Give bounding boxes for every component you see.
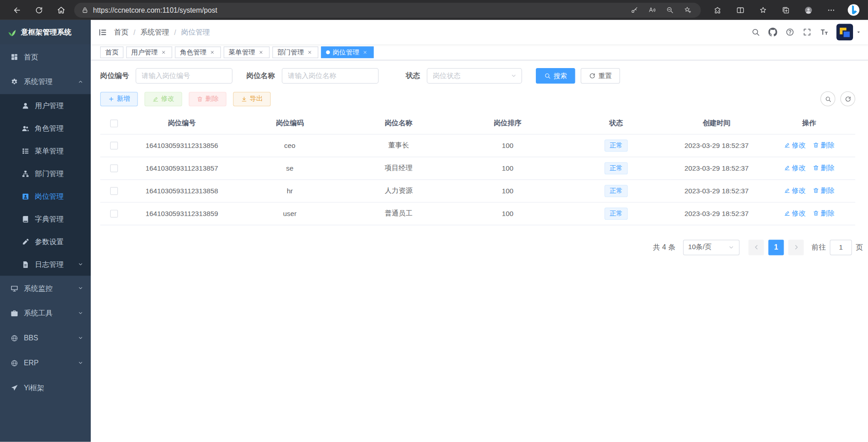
row-delete-button[interactable]: 删除	[812, 186, 834, 196]
header-search-button[interactable]	[747, 24, 763, 40]
tab-3[interactable]: 菜单管理	[224, 46, 270, 58]
close-icon[interactable]	[362, 49, 369, 56]
filter-label: 岗位编号	[100, 71, 129, 81]
browser-zoom-out-button[interactable]	[661, 3, 679, 16]
gear-icon	[10, 78, 18, 85]
browser-read-aloud-button[interactable]	[643, 3, 661, 16]
goto-page-input[interactable]	[830, 240, 852, 255]
browser-back-button[interactable]	[5, 2, 28, 19]
header-font-size-button[interactable]	[816, 24, 832, 40]
row-checkbox[interactable]	[110, 164, 118, 172]
row-edit-button[interactable]: 修改	[784, 209, 806, 218]
filter-form: 岗位编号岗位名称状态岗位状态搜索重置	[100, 68, 855, 83]
row-edit-button[interactable]: 修改	[784, 186, 806, 196]
question-icon	[785, 28, 794, 37]
refresh-icon	[589, 73, 596, 79]
breadcrumb-item[interactable]: 首页	[114, 27, 128, 37]
status-select[interactable]: 岗位状态	[427, 68, 522, 83]
filter-label: 岗位名称	[246, 71, 275, 81]
filter-input-1[interactable]	[282, 68, 379, 83]
row-delete-button[interactable]: 删除	[812, 209, 834, 218]
filter-item: 岗位编号	[100, 68, 233, 83]
search-circle-button[interactable]	[820, 91, 835, 106]
read-aloud-icon	[648, 6, 656, 14]
submenu: 用户管理角色管理菜单管理部门管理岗位管理字典管理参数设置日志管理	[0, 94, 91, 275]
sidebar-subitem-4[interactable]: 岗位管理	[0, 185, 91, 207]
trash-icon	[196, 95, 203, 102]
prev-page-button[interactable]	[748, 240, 764, 255]
page-size-select[interactable]: 10条/页	[683, 240, 739, 255]
browser-favorites-button[interactable]	[752, 2, 775, 19]
sidebar-subitem-5[interactable]: 字典管理	[0, 208, 91, 231]
refresh-circle-button[interactable]	[840, 91, 855, 106]
close-icon[interactable]	[306, 49, 314, 56]
toolbar-edit-button[interactable]: 修改	[144, 92, 182, 106]
filter-label: 状态	[406, 71, 420, 81]
edit-pen-icon	[784, 165, 790, 172]
row-edit-button[interactable]: 修改	[784, 141, 806, 150]
tab-5[interactable]: 岗位管理	[321, 46, 374, 58]
row-delete-button[interactable]: 删除	[812, 163, 834, 173]
sidebar-subitem-0[interactable]: 用户管理	[0, 94, 91, 117]
browser-key-button[interactable]	[626, 3, 643, 16]
filter-input-0[interactable]	[136, 68, 233, 83]
toolbar-export-button[interactable]: 导出	[233, 92, 271, 106]
browser-more-button[interactable]	[820, 2, 843, 19]
row-delete-button[interactable]: 删除	[812, 141, 834, 150]
sidebar-item-0[interactable]: 首页	[0, 44, 91, 69]
row-checkbox[interactable]	[110, 187, 118, 195]
browser-extensions-button[interactable]	[706, 2, 729, 19]
next-page-button[interactable]	[788, 240, 804, 255]
tab-1[interactable]: 用户管理	[126, 46, 172, 58]
dict-icon	[22, 215, 29, 223]
close-icon[interactable]	[257, 49, 265, 56]
breadcrumb: 首页/系统管理/岗位管理	[114, 27, 210, 37]
header-question-button[interactable]	[782, 24, 798, 40]
row-checkbox[interactable]	[110, 210, 118, 217]
tab-0[interactable]: 首页	[100, 46, 123, 58]
sidebar-item-2[interactable]: 系统监控	[0, 276, 91, 301]
reset-button[interactable]: 重置	[581, 68, 620, 83]
bing-copilot-button[interactable]	[843, 0, 865, 20]
tab-2[interactable]: 角色管理	[175, 46, 221, 58]
select-all-checkbox[interactable]	[110, 120, 118, 128]
row-edit-button[interactable]: 修改	[784, 163, 806, 173]
sidebar-subitem-2[interactable]: 菜单管理	[0, 139, 91, 162]
sidebar-item-3[interactable]: 系统工具	[0, 300, 91, 325]
close-icon[interactable]	[209, 49, 216, 56]
refresh-icon	[34, 6, 43, 14]
browser-add-favorite-button[interactable]	[679, 3, 696, 16]
sidebar-item-4[interactable]: BBS	[0, 325, 91, 350]
status-badge: 正常	[604, 139, 628, 152]
user-avatar[interactable]	[836, 24, 861, 40]
browser-collections-button[interactable]	[775, 2, 797, 19]
sidebar-item-5[interactable]: ERP	[0, 350, 91, 375]
header-fullscreen-button[interactable]	[799, 24, 814, 40]
browser-profile-avatar-button[interactable]	[797, 2, 820, 19]
toolbar-add-button[interactable]: 新增	[100, 92, 138, 106]
sidebar-item-6[interactable]: Yi框架	[0, 375, 91, 400]
log-icon	[22, 260, 29, 268]
page-number-button[interactable]: 1	[768, 240, 784, 255]
header-github-button[interactable]	[765, 24, 780, 40]
chevron-down-icon	[78, 310, 83, 316]
sidebar-subitem-3[interactable]: 部门管理	[0, 162, 91, 185]
browser-home-button[interactable]	[50, 2, 72, 19]
sidebar-subitem-7[interactable]: 日志管理	[0, 253, 91, 276]
row-checkbox[interactable]	[110, 142, 118, 149]
browser-refresh-button[interactable]	[28, 2, 50, 19]
browser-split-screen-button[interactable]	[729, 2, 752, 19]
close-icon[interactable]	[160, 49, 167, 56]
breadcrumb-item[interactable]: 系统管理	[140, 27, 169, 37]
hamburger-icon[interactable]	[91, 20, 114, 44]
sidebar-subitem-6[interactable]: 参数设置	[0, 231, 91, 253]
address-bar[interactable]: https://ccnetcore.com:1101/system/post	[74, 2, 701, 17]
sidebar-item-1[interactable]: 系统管理	[0, 69, 91, 94]
cell-post-id: 1641030593112313859	[128, 202, 236, 225]
search-button[interactable]: 搜索	[536, 68, 575, 83]
sidebar-subitem-1[interactable]: 角色管理	[0, 117, 91, 139]
toolbar-delete-button[interactable]: 删除	[189, 92, 226, 106]
tab-4[interactable]: 部门管理	[272, 46, 318, 58]
status-badge: 正常	[604, 162, 628, 174]
add-favorite-icon	[684, 6, 691, 14]
